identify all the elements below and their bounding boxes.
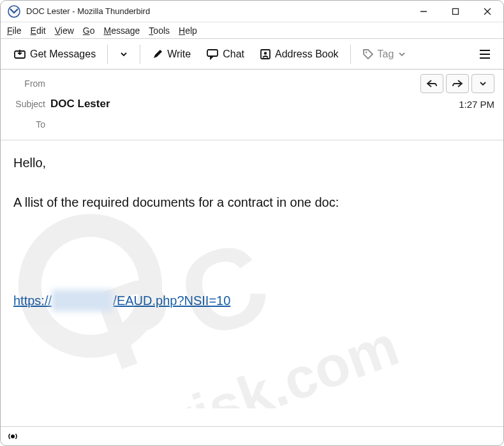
chevron-down-icon (119, 50, 128, 59)
forward-button[interactable] (446, 74, 469, 93)
address-book-label: Address Book (275, 48, 339, 60)
menu-bar: File Edit View Go Message Tools Help (1, 22, 503, 39)
app-icon (7, 4, 21, 19)
menu-view[interactable]: View (55, 26, 74, 36)
subject-value: DOC Lester (50, 98, 459, 110)
malicious-link[interactable]: https://redacted/EAUD.php?NSII=10 (13, 294, 230, 308)
svg-rect-6 (207, 50, 218, 56)
reply-button[interactable] (420, 74, 443, 93)
svg-point-0 (8, 6, 20, 17)
separator (107, 45, 108, 64)
menu-button[interactable] (473, 45, 497, 63)
tag-label: Tag (378, 48, 394, 60)
reply-icon (426, 79, 438, 88)
menu-tools[interactable]: Tools (149, 26, 170, 36)
to-label: To (10, 119, 50, 130)
separator (350, 45, 351, 64)
message-body: P C risk.com Hello, A llist of the requi… (1, 140, 503, 408)
address-book-button[interactable]: Address Book (253, 45, 345, 64)
url-redacted: redacted (52, 290, 113, 311)
toolbar: Get Messages Write Chat Address Book Tag (1, 39, 503, 70)
svg-point-8 (264, 52, 267, 54)
menu-message[interactable]: Message (104, 26, 140, 36)
body-greeting: Hello, (13, 152, 491, 174)
message-headers: From Subject DOC Lester 1:27 PM To (1, 70, 503, 140)
chevron-down-icon (397, 50, 406, 59)
chat-icon (206, 48, 219, 60)
pencil-icon (152, 48, 163, 60)
close-button[interactable] (471, 1, 503, 22)
minimize-button[interactable] (408, 1, 440, 22)
online-status-icon (7, 431, 19, 442)
body-line: A llist of the required documents for a … (13, 191, 491, 213)
svg-point-9 (365, 51, 367, 53)
message-time: 1:27 PM (459, 99, 494, 110)
more-actions-button[interactable] (471, 74, 494, 93)
status-bar (1, 426, 503, 445)
separator (140, 45, 140, 64)
svg-text:risk.com: risk.com (163, 313, 406, 408)
svg-text:P: P (79, 248, 195, 394)
write-label: Write (167, 48, 191, 60)
chat-label: Chat (223, 48, 244, 60)
window-title: DOC Lester - Mozilla Thunderbird (26, 6, 408, 16)
subject-label: Subject (10, 99, 50, 109)
hamburger-icon (479, 49, 491, 59)
forward-icon (452, 79, 463, 88)
url-suffix: /EAUD.php?NSII=10 (113, 294, 230, 308)
svg-rect-2 (453, 8, 459, 14)
menu-go[interactable]: Go (83, 26, 95, 36)
chat-button[interactable]: Chat (200, 45, 251, 64)
get-messages-button[interactable]: Get Messages (7, 45, 102, 64)
get-messages-dropdown[interactable] (113, 46, 135, 63)
menu-file[interactable]: File (7, 26, 22, 36)
watermark: P C risk.com (1, 140, 503, 408)
chevron-down-icon (478, 79, 487, 88)
from-label: From (10, 78, 50, 89)
svg-point-13 (13, 209, 168, 364)
tag-icon (362, 48, 374, 60)
menu-edit[interactable]: Edit (31, 26, 46, 36)
maximize-button[interactable] (440, 1, 471, 22)
address-book-icon (260, 48, 271, 60)
get-messages-label: Get Messages (30, 48, 96, 60)
write-button[interactable]: Write (145, 45, 197, 64)
inbox-download-icon (13, 48, 26, 60)
tag-button[interactable]: Tag (356, 45, 413, 64)
url-prefix: https:// (13, 294, 52, 308)
menu-help[interactable]: Help (179, 26, 197, 36)
svg-point-17 (11, 435, 15, 438)
